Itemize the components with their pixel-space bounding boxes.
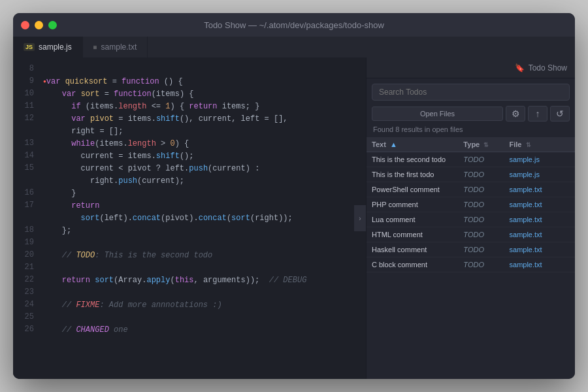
close-button[interactable] — [21, 21, 29, 29]
titlebar: Todo Show — ~/.atom/dev/packages/todo-sh… — [13, 13, 575, 37]
table-row[interactable]: PHP comment TODO sample.txt — [367, 197, 575, 212]
maximize-button[interactable] — [48, 21, 57, 29]
panel-tab-title: Todo Show — [529, 63, 567, 73]
code-line: } — [41, 188, 366, 200]
txt-file-icon: ≡ — [93, 44, 97, 51]
cell-type: TODO — [458, 182, 504, 197]
code-line — [41, 63, 366, 75]
cell-file: sample.js — [504, 152, 575, 167]
code-line: current < pivot ? left.push(current) : — [41, 163, 366, 175]
cell-file: sample.txt — [504, 197, 575, 212]
cell-text: This is the first todo — [367, 167, 458, 182]
code-line — [41, 287, 366, 299]
tab-label-sample-js: sample.js — [39, 42, 72, 52]
bookmark-icon: 🔖 — [515, 63, 525, 73]
table-row[interactable]: PowerShell comment TODO sample.txt — [367, 182, 575, 197]
cell-type: TODO — [458, 152, 504, 167]
cell-text: This is the second todo — [367, 152, 458, 167]
code-line: }; — [41, 225, 366, 237]
code-line: sort(left).concat(pivot).concat(sort(rig… — [41, 212, 366, 225]
code-line — [41, 237, 366, 250]
results-info: Found 8 results in open files — [367, 125, 575, 137]
cell-type: TODO — [458, 167, 504, 182]
tab-sample-txt[interactable]: ≡ sample.txt — [83, 37, 148, 57]
code-line: return — [41, 200, 366, 212]
results-table: Text ▲ Type ⇅ File ⇅ — [367, 137, 575, 272]
code-line: var sort = function(items) { — [41, 88, 366, 101]
code-line: // CHANGED one — [41, 324, 366, 336]
cell-type: TODO — [458, 242, 504, 257]
tab-label-sample-txt: sample.txt — [101, 42, 137, 52]
code-line: return sort(Array.apply(this, arguments)… — [41, 274, 366, 287]
results-table-container: Text ▲ Type ⇅ File ⇅ — [367, 137, 575, 379]
tab-sample-js[interactable]: JS sample.js — [13, 37, 83, 57]
code-panel: 8 9 10 11 12 13 14 15 16 17 18 19 20 21 … — [13, 57, 366, 379]
code-line: var pivot = items.shift(), current, left… — [41, 113, 366, 125]
cell-text: PHP comment — [367, 197, 458, 212]
column-header-text[interactable]: Text ▲ — [367, 137, 458, 152]
cell-text: Haskell comment — [367, 242, 458, 257]
cell-file: sample.txt — [504, 242, 575, 257]
code-line: // TODO: This is the second todo — [41, 250, 366, 262]
js-file-icon: JS — [24, 43, 35, 51]
open-files-button[interactable]: Open Files — [372, 106, 503, 121]
table-row[interactable]: This is the second todo TODO sample.js — [367, 152, 575, 167]
table-row[interactable]: HTML comment TODO sample.txt — [367, 227, 575, 242]
window-title: Todo Show — ~/.atom/dev/packages/todo-sh… — [204, 20, 384, 30]
cell-file: sample.txt — [504, 182, 575, 197]
cell-type: TODO — [458, 257, 504, 272]
column-header-type[interactable]: Type ⇅ — [458, 137, 504, 152]
traffic-lights — [21, 21, 57, 29]
code-line: // FIXME: Add more annnotations :) — [41, 299, 366, 312]
right-panel-body: Open Files ⚙ ↑ ↺ Found 8 results in open… — [367, 78, 575, 379]
toolbar: Open Files ⚙ ↑ ↺ — [367, 106, 575, 125]
code-lines: ●var quicksort = function () { var sort … — [41, 57, 366, 379]
table-row[interactable]: C block comment TODO sample.txt — [367, 257, 575, 272]
code-line: if (items.length <= 1) { return items; } — [41, 101, 366, 113]
cell-text: Lua comment — [367, 212, 458, 227]
code-line: ●var quicksort = function () { — [41, 75, 366, 88]
cell-type: TODO — [458, 197, 504, 212]
cell-file: sample.txt — [504, 212, 575, 227]
panel-collapse-button[interactable]: › — [354, 205, 366, 231]
gear-button[interactable]: ⚙ — [506, 106, 525, 122]
sort-arrow-text: ▲ — [390, 140, 397, 148]
sort-icon-file: ⇅ — [526, 142, 531, 148]
todo-show-tab[interactable]: 🔖 Todo Show — [515, 63, 567, 73]
table-row[interactable]: Haskell comment TODO sample.txt — [367, 242, 575, 257]
tabs-row: JS sample.js ≡ sample.txt — [13, 37, 575, 57]
cell-file: sample.js — [504, 167, 575, 182]
upload-button[interactable]: ↑ — [528, 106, 547, 122]
code-line — [41, 262, 366, 274]
code-line: while(items.length > 0) { — [41, 138, 366, 150]
cell-file: sample.txt — [504, 227, 575, 242]
cell-type: TODO — [458, 227, 504, 242]
table-row[interactable]: This is the first todo TODO sample.js — [367, 167, 575, 182]
minimize-button[interactable] — [35, 21, 43, 29]
table-row[interactable]: Lua comment TODO sample.txt — [367, 212, 575, 227]
cell-text: PowerShell comment — [367, 182, 458, 197]
cell-text: C block comment — [367, 257, 458, 272]
right-panel-header: 🔖 Todo Show — [367, 57, 575, 78]
app-window: Todo Show — ~/.atom/dev/packages/todo-sh… — [13, 13, 575, 379]
code-line — [41, 312, 366, 324]
code-line: right = []; — [41, 125, 366, 138]
sort-icon-type: ⇅ — [483, 142, 489, 148]
cell-type: TODO — [458, 212, 504, 227]
line-numbers: 8 9 10 11 12 13 14 15 16 17 18 19 20 21 … — [13, 57, 41, 379]
table-body: This is the second todo TODO sample.js T… — [367, 152, 575, 272]
cell-text: HTML comment — [367, 227, 458, 242]
cell-file: sample.txt — [504, 257, 575, 272]
code-line: right.push(current); — [41, 175, 366, 188]
right-panel: 🔖 Todo Show Open Files ⚙ ↑ ↺ Found 8 res… — [366, 57, 575, 379]
refresh-button[interactable]: ↺ — [550, 106, 570, 122]
table-header-row: Text ▲ Type ⇅ File ⇅ — [367, 137, 575, 152]
column-header-file[interactable]: File ⇅ — [504, 137, 575, 152]
search-input[interactable] — [372, 84, 570, 101]
content-area: 8 9 10 11 12 13 14 15 16 17 18 19 20 21 … — [13, 57, 575, 379]
code-line: current = items.shift(); — [41, 150, 366, 163]
